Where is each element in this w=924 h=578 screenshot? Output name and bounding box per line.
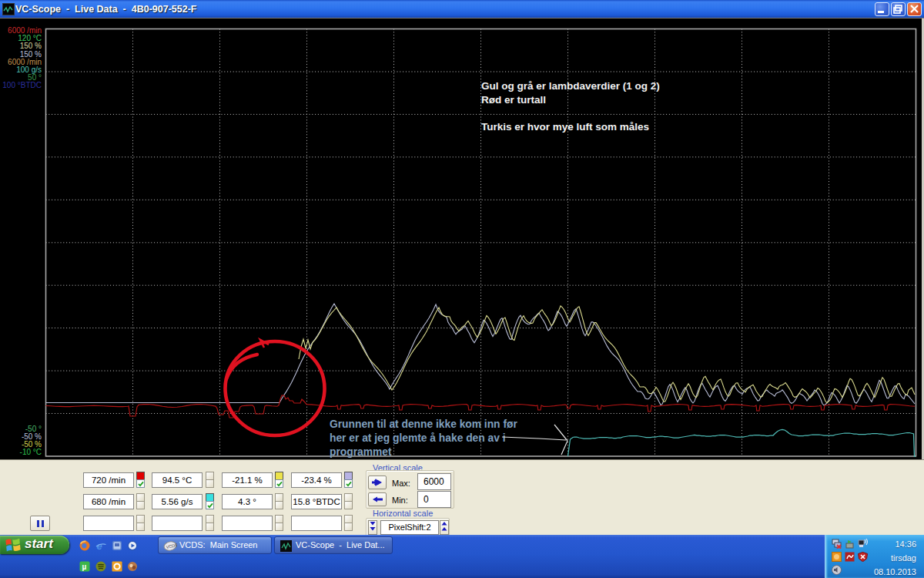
svg-text:µ: µ — [82, 563, 87, 571]
